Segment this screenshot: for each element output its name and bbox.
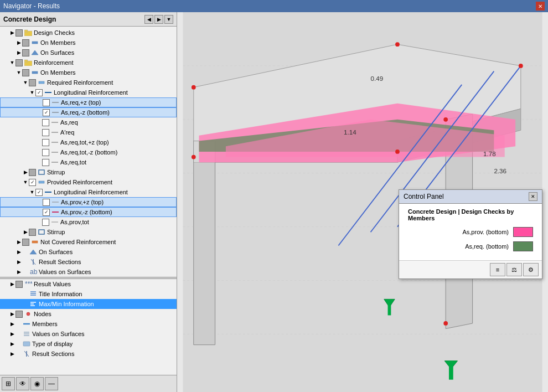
expand-type-of-display[interactable]: ▶: [9, 341, 15, 347]
toolbar-btn-view[interactable]: 👁: [16, 377, 29, 390]
checkbox-provided-rf[interactable]: [29, 179, 36, 186]
display-icon: [22, 340, 31, 348]
expand-values-on-surfaces[interactable]: ▶: [15, 269, 22, 275]
checkbox-nodes[interactable]: [15, 311, 23, 318]
cp-scale-button[interactable]: ⚖: [506, 263, 522, 276]
expand-result-values[interactable]: ▶: [9, 281, 15, 287]
close-button[interactable]: ✕: [536, 2, 545, 11]
checkbox-required-rf[interactable]: [29, 79, 36, 86]
checkbox-as-req-pz-top[interactable]: [43, 99, 50, 106]
expand-result-sections-1[interactable]: ▶: [15, 259, 22, 265]
checkbox-design-checks[interactable]: [15, 29, 23, 37]
tree-item-stirrup-prov[interactable]: ▶ Stirrup: [0, 227, 177, 237]
tree-item-as-req-mz-bot[interactable]: As,req,-z (bottom): [0, 107, 177, 117]
checkbox-as-prov-tot[interactable]: [42, 219, 49, 226]
expand-design-checks[interactable]: ▶: [9, 29, 15, 36]
svg-point-63: [395, 42, 400, 47]
expand-longitudinal-rf-req[interactable]: ▼: [29, 89, 35, 96]
tree-item-stirrup-req[interactable]: ▶ Stirrup: [0, 167, 177, 177]
checkbox-as-req-tot-pz[interactable]: [42, 139, 49, 146]
expand-rf-on-members[interactable]: ▼: [15, 69, 22, 76]
tree-item-as-req-tot-pz[interactable]: As,req,tot,+z (top): [0, 137, 177, 147]
checkbox-as-req-mz-bot[interactable]: [43, 109, 50, 116]
toolbar-btn-dash[interactable]: —: [45, 377, 58, 390]
checkbox-stirrup-req[interactable]: [29, 169, 36, 176]
checkbox-not-covered-rf[interactable]: [22, 239, 29, 246]
checkbox-as-req-tot-mz[interactable]: [42, 149, 49, 156]
prov-rf-icon: [37, 178, 46, 186]
tree-item-nodes[interactable]: ▶ Nodes: [0, 309, 177, 319]
expand-reinforcement[interactable]: ▼: [9, 59, 15, 66]
expand-provided-rf[interactable]: ▼: [22, 179, 29, 185]
tree-item-max-min-information[interactable]: Max/Min Information: [0, 299, 177, 309]
checkbox-rf-on-members[interactable]: [22, 69, 29, 76]
tree-item-result-sections-1[interactable]: ▶ Result Sections: [0, 257, 177, 267]
tree-item-a-req[interactable]: A′req: [0, 127, 177, 137]
tree-item-values-on-surfaces-2[interactable]: ▶ Values on Surfaces: [0, 329, 177, 339]
expand-dc-on-surfaces[interactable]: ▶: [15, 49, 22, 56]
tree-item-as-prov-pz-top[interactable]: As,prov,+z (top): [0, 197, 177, 207]
tree-item-longitudinal-rf-req[interactable]: ▼ Longitudinal Reinforcement: [0, 87, 177, 97]
tree-item-not-covered-rf[interactable]: ▶ Not Covered Reinforcement: [0, 237, 177, 247]
line2-icon: [51, 109, 60, 116]
expand-longitudinal-rf-prov[interactable]: ▼: [29, 189, 35, 195]
title-info-icon: [29, 290, 38, 298]
tree-item-result-sections-2[interactable]: ▶ Result Sections: [0, 349, 177, 359]
tree-item-provided-rf[interactable]: ▼ Provided Reinforcement: [0, 177, 177, 187]
tree-item-dc-on-surfaces[interactable]: ▶ On Surfaces: [0, 48, 177, 58]
result-sections-2-label: Result Sections: [32, 350, 74, 357]
expand-stirrup-req[interactable]: ▶: [22, 169, 29, 176]
checkbox-a-req[interactable]: [42, 129, 49, 136]
cp-settings-button[interactable]: ⚙: [523, 263, 539, 276]
checkbox-stirrup-prov[interactable]: [29, 229, 36, 236]
tree-item-design-checks[interactable]: ▶ Design Checks: [0, 28, 177, 38]
tree-item-as-req-tot-mz[interactable]: As,req,tot,-z (bottom): [0, 147, 177, 157]
checkbox-result-values[interactable]: [15, 281, 23, 288]
expand-nodes[interactable]: ▶: [9, 311, 15, 317]
expand-dc-on-members[interactable]: ▶: [15, 39, 22, 46]
rf-member-icon: [30, 69, 39, 76]
tree-item-result-values[interactable]: ▶ *** Result Values: [0, 279, 177, 289]
tree-item-dc-on-members[interactable]: ▶ On Members: [0, 38, 177, 48]
tree-item-title-information[interactable]: Title Information: [0, 289, 177, 299]
tree-item-as-req[interactable]: As,req: [0, 117, 177, 127]
checkbox-as-req[interactable]: [42, 119, 49, 126]
checkbox-as-req-tot[interactable]: [42, 159, 49, 166]
checkbox-dc-on-members[interactable]: [22, 39, 29, 47]
cp-close-button[interactable]: ✕: [529, 192, 537, 201]
tree-item-as-req-pz-top[interactable]: As,req,+z (top): [0, 97, 177, 107]
expand-stirrup-prov[interactable]: ▶: [22, 229, 29, 235]
tree-item-type-of-display[interactable]: ▶ Type of display: [0, 339, 177, 349]
checkbox-longitudinal-rf-prov[interactable]: [35, 189, 43, 196]
expand-values-on-surfaces-2[interactable]: ▶: [9, 331, 15, 337]
checkbox-as-prov-pz-top[interactable]: [43, 199, 50, 206]
nav-menu-button[interactable]: ▼: [164, 15, 173, 24]
tree-item-longitudinal-rf-prov[interactable]: ▼ Longitudinal Reinforcement: [0, 187, 177, 197]
expand-required-rf[interactable]: ▼: [22, 79, 29, 86]
toolbar-btn-grid[interactable]: ⊞: [2, 377, 15, 390]
tree-item-as-prov-tot[interactable]: As,prov,tot: [0, 217, 177, 227]
tree-item-members[interactable]: ▶ Members: [0, 319, 177, 329]
expand-result-sections-2[interactable]: ▶: [9, 350, 15, 357]
checkbox-as-prov-mz-bot[interactable]: [43, 209, 50, 216]
tree-item-rf-on-surfaces[interactable]: ▶ On Surfaces: [0, 247, 177, 257]
checkbox-longitudinal-rf-req[interactable]: [35, 89, 43, 96]
expand-members[interactable]: ▶: [9, 321, 15, 327]
tree-item-as-prov-mz-bot[interactable]: As,prov,-z (bottom): [0, 207, 177, 217]
tree-item-required-rf[interactable]: ▼ Required Reinforcement: [0, 78, 177, 87]
title-information-label: Title Information: [39, 291, 82, 297]
tree-item-rf-on-members[interactable]: ▼ On Members: [0, 68, 177, 78]
nav-back-button[interactable]: ◀: [144, 15, 153, 24]
svg-rect-22: [39, 230, 44, 234]
expand-rf-on-surfaces[interactable]: ▶: [15, 249, 22, 255]
expand-not-covered-rf[interactable]: ▶: [15, 239, 22, 245]
tree-item-reinforcement[interactable]: ▼ Reinforcement: [0, 58, 177, 68]
cp-list-button[interactable]: ≡: [490, 263, 505, 276]
checkbox-reinforcement[interactable]: [15, 59, 23, 66]
tree-item-as-req-tot[interactable]: As,req,tot: [0, 157, 177, 167]
tree-item-values-on-surfaces[interactable]: ▶ ab Values on Surfaces: [0, 267, 177, 277]
svg-text:2.36: 2.36: [494, 167, 506, 174]
checkbox-dc-on-surfaces[interactable]: [22, 49, 29, 56]
toolbar-btn-camera[interactable]: ◉: [30, 377, 44, 390]
nav-forward-button[interactable]: ▶: [154, 15, 163, 24]
